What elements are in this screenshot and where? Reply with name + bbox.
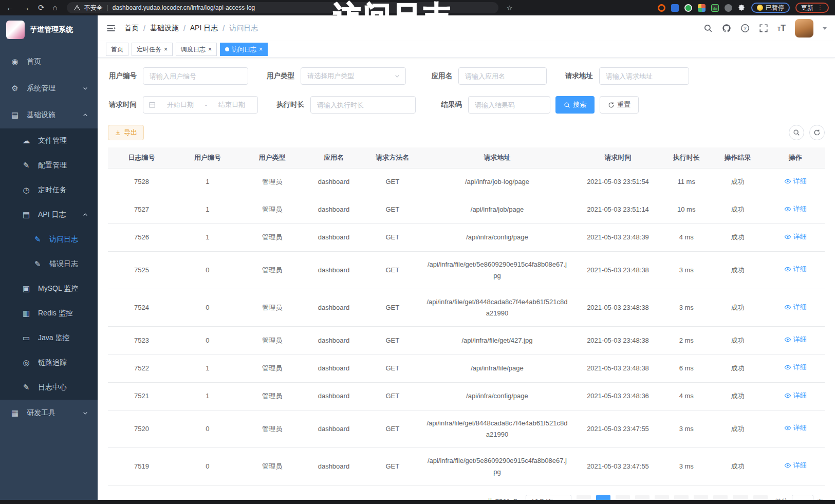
duration-input[interactable]	[310, 96, 416, 114]
prev-page-button[interactable]	[577, 495, 591, 500]
sidebar-item-infra[interactable]: ▤基础设施	[0, 102, 98, 128]
detail-link[interactable]: 详细	[784, 231, 807, 242]
eye-icon	[784, 178, 791, 185]
page-button-4[interactable]: 4	[655, 495, 669, 500]
page-button-5[interactable]: 5	[674, 495, 689, 500]
tag-调度日志[interactable]: 调度日志×	[176, 43, 217, 56]
extension-icon-3[interactable]	[684, 4, 692, 12]
page-size-select[interactable]: 10条/页	[526, 495, 571, 500]
sidebar-item-log-center[interactable]: ✎日志中心	[0, 375, 98, 400]
page-button-3[interactable]: 3	[635, 495, 650, 500]
breadcrumb-item[interactable]: API 日志	[190, 24, 218, 33]
sidebar-item-dev-tools[interactable]: ▦研发工具	[0, 400, 98, 426]
cell-time: 2021-05-03 23:48:38	[572, 327, 663, 354]
detail-link[interactable]: 详细	[784, 264, 807, 275]
detail-link[interactable]: 详细	[784, 203, 807, 215]
fullscreen-icon[interactable]	[759, 24, 768, 33]
font-size-icon[interactable]: TT	[777, 24, 786, 33]
calendar-icon	[149, 101, 156, 108]
back-icon[interactable]: ←	[6, 3, 14, 12]
detail-link[interactable]: 详细	[784, 390, 807, 401]
request-url-input[interactable]	[599, 67, 689, 85]
bookmark-star-icon[interactable]: ☆	[507, 4, 513, 12]
page-button-1[interactable]: 1	[596, 495, 610, 500]
more-pages-button[interactable]: •••	[713, 495, 728, 500]
range-separator: -	[205, 101, 207, 109]
chevron-down-icon[interactable]	[823, 27, 827, 30]
breadcrumb-item[interactable]: 首页	[124, 24, 139, 33]
reload-icon[interactable]: ⟳	[38, 3, 45, 12]
user-id-input[interactable]	[143, 67, 248, 85]
detail-link[interactable]: 详细	[784, 460, 807, 471]
tag-访问日志[interactable]: 访问日志×	[220, 43, 268, 56]
app-name-input[interactable]	[458, 67, 547, 85]
page-button-2[interactable]: 2	[616, 495, 630, 500]
breadcrumb-item[interactable]: 基础设施	[150, 24, 179, 33]
user-type-select[interactable]: 请选择用户类型	[301, 67, 406, 85]
sidebar-item-api-log[interactable]: ▤API 日志	[0, 202, 98, 227]
warning-icon	[74, 5, 80, 11]
hamburger-icon[interactable]	[106, 23, 116, 33]
detail-link[interactable]: 详细	[784, 302, 807, 313]
goto-page-input[interactable]	[792, 495, 813, 500]
sidebar-item-file-mgmt[interactable]: ☁文件管理	[0, 128, 98, 153]
sidebar-item-system-mgmt[interactable]: ⚙系统管理	[0, 75, 98, 102]
avatar[interactable]	[795, 19, 813, 38]
sidebar-item-scheduled-jobs[interactable]: ◷定时任务	[0, 178, 98, 202]
tag-首页[interactable]: 首页	[106, 43, 128, 56]
extension-icon-1[interactable]	[658, 4, 665, 12]
detail-link[interactable]: 详细	[784, 334, 807, 345]
forward-icon[interactable]: →	[22, 3, 30, 12]
extension-icon-2[interactable]	[671, 4, 679, 12]
cell-action: 详细	[766, 223, 825, 251]
result-code-input[interactable]	[468, 96, 550, 114]
table-row: 75200管理员dashboardGET/api/infra/file/get/…	[108, 410, 825, 447]
cell-action: 详细	[766, 447, 825, 485]
cell-url: /api/infra/file/page	[422, 354, 572, 382]
tag-定时任务[interactable]: 定时任务×	[132, 43, 173, 56]
github-icon[interactable]	[722, 24, 731, 33]
puzzle-icon[interactable]	[738, 4, 746, 12]
sidebar-item-trace[interactable]: ◎链路追踪	[0, 350, 98, 375]
sidebar-item-java-monitor[interactable]: ▭Java 监控	[0, 326, 98, 350]
help-icon[interactable]: ?	[740, 24, 750, 33]
logo-image	[6, 21, 25, 39]
screen: ← → ⟳ ⌂ 不安全 | dashboard.yudao.iocoder.cn…	[0, 0, 835, 504]
close-icon[interactable]: ×	[208, 46, 212, 52]
search-icon[interactable]	[703, 24, 713, 33]
reset-button[interactable]: 重置	[600, 96, 639, 114]
home-icon[interactable]: ⌂	[53, 3, 58, 12]
sidebar-item-access-log[interactable]: ✎访问日志	[0, 227, 98, 252]
detail-link[interactable]: 详细	[784, 422, 807, 434]
paused-badge[interactable]: 已暂停	[751, 3, 790, 13]
close-icon[interactable]: ×	[164, 46, 168, 52]
url-text: dashboard.yudao.iocoder.cn/infra/log/api…	[113, 4, 255, 11]
export-button[interactable]: 导出	[108, 125, 144, 140]
next-page-button[interactable]	[753, 495, 768, 500]
logo-row[interactable]: 芋道管理系统	[0, 15, 98, 44]
sidebar-item-mysql-monitor[interactable]: ▣MySQL 监控	[0, 276, 98, 301]
page-button-6[interactable]: 6	[694, 495, 708, 500]
close-icon[interactable]: ×	[259, 46, 263, 52]
cell-app: dashboard	[304, 289, 363, 327]
page-button-753[interactable]: 753	[733, 495, 748, 500]
cell-method: GET	[363, 223, 422, 251]
search-button[interactable]: 搜索	[555, 96, 595, 114]
sidebar-item-redis-monitor[interactable]: ▥Redis 监控	[0, 301, 98, 326]
extension-icon-6[interactable]	[725, 4, 732, 12]
cell-id: 7521	[108, 382, 175, 410]
toggle-search-button[interactable]	[789, 125, 804, 140]
sidebar-item-home[interactable]: ◉首页	[0, 48, 98, 75]
date-range-picker[interactable]: 开始日期 - 结束日期	[143, 96, 258, 114]
extension-icon-4[interactable]	[698, 4, 706, 12]
address-bar[interactable]: 不安全 | dashboard.yudao.iocoder.cn/infra/l…	[67, 2, 498, 13]
update-button[interactable]: 更新 ⋮	[795, 3, 829, 13]
table-row: 75281管理员dashboardGET/api/infra/job-log/p…	[108, 168, 825, 196]
extension-icon-5[interactable]: do	[711, 4, 719, 12]
detail-link[interactable]: 详细	[784, 362, 807, 373]
sidebar-item-error-log[interactable]: ✎错误日志	[0, 252, 98, 276]
sidebar-item-config-mgmt[interactable]: ✎配置管理	[0, 153, 98, 178]
detail-link[interactable]: 详细	[784, 176, 807, 187]
refresh-table-button[interactable]	[809, 125, 825, 140]
cell-url: /api/infra/job/page	[422, 196, 572, 223]
